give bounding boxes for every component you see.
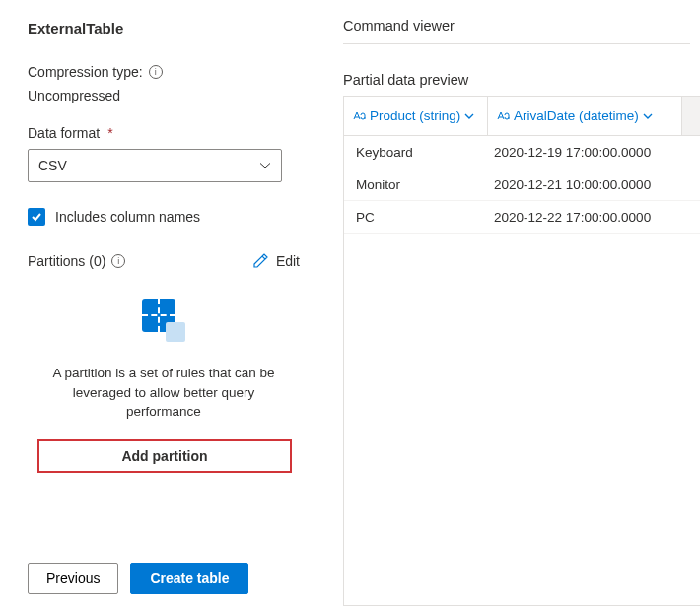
- cell-product: Monitor: [344, 177, 488, 192]
- info-icon[interactable]: i: [111, 254, 125, 268]
- add-partition-button[interactable]: Add partition: [37, 439, 292, 473]
- command-viewer-header: Command viewer: [343, 18, 690, 44]
- column-header-product[interactable]: Product (string): [344, 97, 488, 135]
- cell-date: 2020-12-19 17:00:00.0000: [488, 145, 700, 160]
- add-partition-label: Add partition: [121, 448, 207, 464]
- table-row[interactable]: PC 2020-12-22 17:00:00.0000: [344, 201, 700, 234]
- column-header-arivaldate-label: ArivalDate (datetime): [514, 108, 639, 123]
- page-title: ExternalTable: [28, 20, 300, 36]
- cell-date: 2020-12-22 17:00:00.0000: [488, 210, 700, 225]
- previous-button[interactable]: Previous: [28, 563, 118, 594]
- column-header-product-label: Product (string): [370, 108, 460, 123]
- partitions-header: Partitions (0) i Edit: [28, 253, 300, 269]
- cell-date: 2020-12-21 10:00:00.0000: [488, 177, 700, 192]
- data-format-selected-value: CSV: [38, 158, 67, 173]
- info-icon[interactable]: i: [149, 65, 163, 79]
- chevron-down-icon: [259, 160, 271, 171]
- previous-button-label: Previous: [46, 571, 100, 586]
- scrollbar-gutter: [682, 97, 700, 135]
- partial-data-preview-label: Partial data preview: [343, 72, 700, 88]
- pencil-icon: [252, 253, 268, 269]
- required-asterisk: *: [107, 125, 112, 141]
- table-row[interactable]: Keyboard 2020-12-19 17:00:00.0000: [344, 136, 700, 168]
- edit-label: Edit: [276, 253, 300, 269]
- cell-product: PC: [344, 210, 488, 225]
- chevron-down-icon: [464, 111, 474, 121]
- table-header-row: Product (string) ArivalDate (datetime): [344, 97, 700, 136]
- checkbox-checked-icon[interactable]: [28, 208, 45, 226]
- data-format-label-text: Data format: [28, 125, 100, 141]
- create-table-button-label: Create table: [150, 571, 229, 586]
- data-format-select[interactable]: CSV: [28, 149, 282, 182]
- data-format-label: Data format *: [28, 125, 300, 141]
- edit-partitions-button[interactable]: Edit: [252, 253, 300, 269]
- partition-icon: [142, 299, 185, 342]
- string-type-icon: [352, 109, 366, 123]
- compression-type-label: Compression type: i: [28, 64, 300, 80]
- column-header-arivaldate[interactable]: ArivalDate (datetime): [488, 97, 682, 135]
- includes-column-names-row[interactable]: Includes column names: [28, 208, 300, 226]
- partitions-label-wrap: Partitions (0) i: [28, 253, 125, 269]
- string-type-icon: [496, 109, 510, 123]
- chevron-down-icon: [643, 111, 653, 121]
- table-row[interactable]: Monitor 2020-12-21 10:00:00.0000: [344, 168, 700, 201]
- partitions-empty-state: A partition is a set of rules that can b…: [28, 299, 300, 473]
- partitions-label: Partitions (0): [28, 253, 105, 269]
- create-table-button[interactable]: Create table: [130, 563, 248, 594]
- schema-form-pane: ExternalTable Compression type: i Uncomp…: [0, 0, 325, 606]
- compression-type-label-text: Compression type:: [28, 64, 143, 80]
- preview-pane: Command viewer Partial data preview Prod…: [325, 0, 700, 606]
- partition-description: A partition is a set of rules that can b…: [37, 364, 290, 422]
- includes-column-names-label: Includes column names: [55, 209, 200, 225]
- compression-type-value: Uncompressed: [28, 88, 300, 103]
- data-preview-table: Product (string) ArivalDate (datetime): [343, 96, 700, 606]
- cell-product: Keyboard: [344, 145, 488, 160]
- footer-buttons: Previous Create table: [28, 547, 300, 594]
